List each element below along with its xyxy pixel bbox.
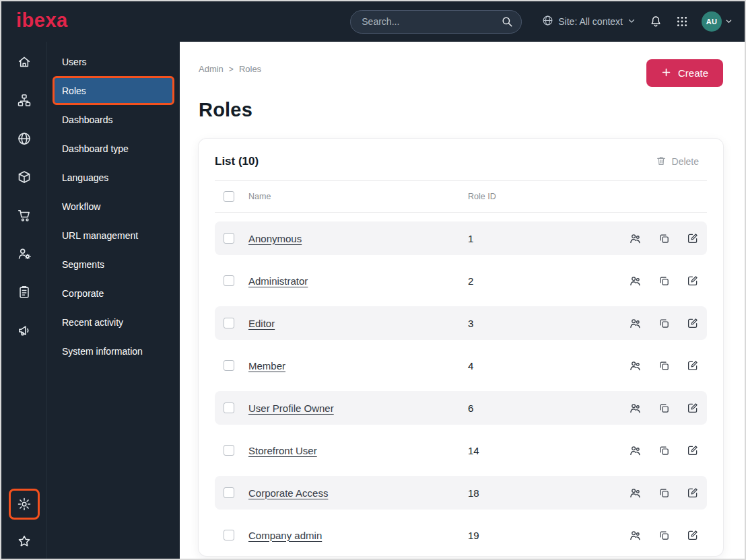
copy-icon[interactable] bbox=[658, 318, 670, 329]
user-menu[interactable]: AU bbox=[702, 11, 733, 32]
assign-users-icon[interactable] bbox=[629, 359, 642, 372]
edit-icon[interactable] bbox=[687, 359, 699, 372]
role-name-link[interactable]: User Profile Owner bbox=[248, 403, 334, 414]
icon-rail bbox=[1, 42, 47, 559]
sidebar-item-url-management[interactable]: URL management bbox=[53, 221, 174, 250]
sidebar-item-label: URL management bbox=[62, 230, 138, 241]
assign-users-icon[interactable] bbox=[629, 529, 642, 542]
sidebar-menu: Users Roles Dashboards Dashboard type La… bbox=[47, 42, 180, 559]
commerce-cart-icon[interactable] bbox=[11, 202, 38, 229]
delete-button[interactable]: Delete bbox=[656, 155, 707, 168]
sidebar-item-corporate[interactable]: Corporate bbox=[53, 279, 174, 308]
row-checkbox[interactable] bbox=[224, 360, 234, 371]
copy-icon[interactable] bbox=[658, 445, 670, 456]
copy-icon[interactable] bbox=[658, 403, 670, 414]
list-card-header: List (10) Delete bbox=[215, 151, 707, 181]
edit-icon[interactable] bbox=[687, 444, 699, 456]
apps-grid-icon[interactable] bbox=[676, 15, 688, 28]
sidebar-item-workflow[interactable]: Workflow bbox=[53, 192, 174, 221]
assign-users-icon[interactable] bbox=[629, 317, 642, 330]
assign-users-icon[interactable] bbox=[629, 444, 642, 457]
edit-icon[interactable] bbox=[687, 232, 699, 244]
sidebar-item-languages[interactable]: Languages bbox=[53, 163, 174, 192]
edit-icon[interactable] bbox=[687, 487, 699, 499]
list-count-heading: List (10) bbox=[215, 155, 259, 168]
content-tree-icon[interactable] bbox=[11, 87, 38, 114]
copy-icon[interactable] bbox=[658, 275, 670, 287]
avatar[interactable]: AU bbox=[702, 11, 722, 32]
role-name-link[interactable]: Corporate Access bbox=[248, 487, 328, 499]
products-box-icon[interactable] bbox=[11, 164, 38, 190]
table-row: Anonymous 1 bbox=[215, 221, 707, 255]
main-content: Admin > Roles Create Roles List (10) Del… bbox=[180, 42, 745, 559]
sidebar-item-dashboard-type[interactable]: Dashboard type bbox=[53, 134, 174, 163]
sidebar-item-label: Roles bbox=[62, 85, 86, 96]
copy-icon[interactable] bbox=[658, 530, 670, 541]
role-name-link[interactable]: Member bbox=[248, 360, 285, 372]
role-name-link[interactable]: Editor bbox=[248, 318, 275, 329]
sidebar-item-segments[interactable]: Segments bbox=[53, 250, 174, 279]
edit-icon[interactable] bbox=[687, 275, 699, 287]
role-id-value: 1 bbox=[468, 233, 624, 244]
role-name-link[interactable]: Administrator bbox=[248, 275, 308, 287]
create-button[interactable]: Create bbox=[646, 59, 723, 87]
sidebar-item-dashboards[interactable]: Dashboards bbox=[53, 105, 174, 134]
sidebar-item-label: Languages bbox=[62, 172, 108, 183]
search-icon[interactable] bbox=[501, 15, 513, 30]
edit-icon[interactable] bbox=[687, 402, 699, 414]
breadcrumb-admin-link[interactable]: Admin bbox=[199, 64, 224, 74]
row-checkbox[interactable] bbox=[224, 530, 234, 540]
table-row: Administrator 2 bbox=[215, 264, 707, 298]
role-name-link[interactable]: Anonymous bbox=[248, 233, 302, 244]
edit-icon[interactable] bbox=[687, 529, 699, 541]
row-checkbox[interactable] bbox=[224, 275, 234, 286]
chevron-down-icon bbox=[628, 16, 636, 27]
edit-icon[interactable] bbox=[687, 317, 699, 329]
orders-icon[interactable] bbox=[11, 279, 38, 306]
sidebar-item-recent-activity[interactable]: Recent activity bbox=[53, 308, 174, 337]
sidebar-item-label: Segments bbox=[62, 259, 104, 270]
copy-icon[interactable] bbox=[658, 360, 670, 372]
assign-users-icon[interactable] bbox=[629, 232, 642, 245]
table-row: Member 4 bbox=[215, 349, 707, 382]
row-checkbox[interactable] bbox=[224, 445, 234, 456]
customers-icon[interactable] bbox=[11, 240, 38, 267]
row-checkbox[interactable] bbox=[224, 318, 234, 328]
sidebar-item-roles[interactable]: Roles bbox=[53, 76, 174, 105]
assign-users-icon[interactable] bbox=[629, 487, 642, 499]
sidebar-item-label: Dashboard type bbox=[62, 143, 129, 154]
role-name-link[interactable]: Company admin bbox=[248, 530, 322, 541]
row-checkbox[interactable] bbox=[224, 487, 234, 498]
row-checkbox[interactable] bbox=[224, 403, 234, 413]
bookmarks-star-icon[interactable] bbox=[11, 528, 38, 555]
sidebar-item-label: Recent activity bbox=[62, 317, 123, 328]
copy-icon[interactable] bbox=[658, 487, 670, 499]
trash-icon bbox=[656, 155, 667, 168]
notifications-bell-icon[interactable] bbox=[649, 15, 663, 28]
marketing-megaphone-icon[interactable] bbox=[11, 317, 38, 344]
site-globe-icon[interactable] bbox=[11, 125, 38, 152]
admin-gear-icon[interactable] bbox=[9, 489, 40, 520]
role-id-value: 14 bbox=[468, 445, 624, 456]
chevron-down-icon bbox=[725, 15, 733, 28]
globe-icon bbox=[542, 15, 553, 28]
app-shell: Users Roles Dashboards Dashboard type La… bbox=[1, 42, 745, 559]
search-input[interactable] bbox=[350, 10, 522, 34]
role-name-link[interactable]: Storefront User bbox=[248, 445, 317, 456]
assign-users-icon[interactable] bbox=[629, 402, 642, 415]
breadcrumb: Admin > Roles bbox=[199, 64, 261, 74]
topbar: ibexa Site: All context AU bbox=[1, 1, 745, 42]
table-row: User Profile Owner 6 bbox=[215, 391, 707, 425]
ibexa-logo[interactable]: ibexa bbox=[16, 11, 68, 32]
sidebar-item-system-information[interactable]: System information bbox=[53, 337, 174, 365]
copy-icon[interactable] bbox=[658, 233, 670, 244]
assign-users-icon[interactable] bbox=[629, 275, 642, 287]
row-checkbox[interactable] bbox=[224, 233, 234, 244]
sidebar-item-users[interactable]: Users bbox=[53, 47, 174, 76]
create-button-label: Create bbox=[678, 67, 708, 79]
breadcrumb-current: Roles bbox=[239, 64, 261, 74]
sidebar-item-label: Users bbox=[62, 57, 87, 67]
home-icon[interactable] bbox=[11, 48, 38, 75]
site-context-selector[interactable]: Site: All context bbox=[542, 15, 636, 28]
select-all-checkbox[interactable] bbox=[224, 191, 234, 202]
